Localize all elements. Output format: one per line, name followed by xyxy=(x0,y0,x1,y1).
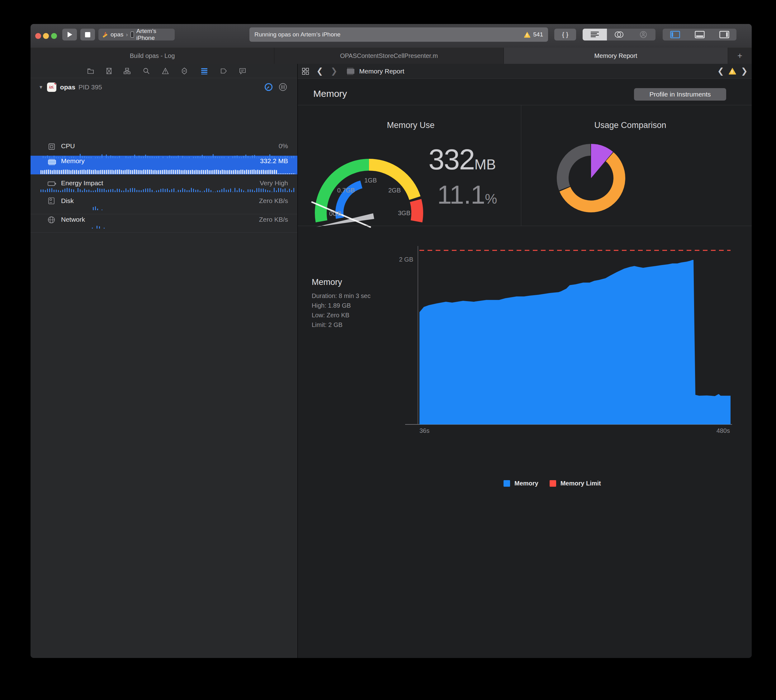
minimize-window-button[interactable] xyxy=(43,33,49,39)
xcode-window: opas › Artem’s iPhone Running opas on Ar… xyxy=(30,24,752,658)
jump-bar: ❮ ❯ Memory Report ❮ ❯ xyxy=(298,64,752,79)
breakpoint-navigator-icon[interactable] xyxy=(220,67,227,75)
gauge-row-disk[interactable]: Disk Zero KB/s xyxy=(30,196,297,214)
editor-tab-bar: Build opas - Log OPASContentStoreCellPre… xyxy=(30,48,752,64)
scheme-selector[interactable]: opas › Artem’s iPhone xyxy=(98,28,175,40)
next-issue-button[interactable]: ❯ xyxy=(741,66,748,76)
cpu-icon xyxy=(47,143,56,151)
version-editor-button[interactable] xyxy=(631,28,656,40)
issue-navigator-icon[interactable] xyxy=(162,67,169,75)
legend-memory: Memory xyxy=(503,480,538,487)
issue-warning-icon[interactable] xyxy=(729,68,736,75)
process-row[interactable]: ▼ izi. opas PID 395 xyxy=(30,80,297,94)
chart-stats: Memory Duration: 8 min 3 sec High: 1.89 … xyxy=(312,277,371,329)
navigator-icon-bar xyxy=(30,64,297,78)
chart-legend: Memory Memory Limit xyxy=(503,480,601,487)
gauge-row-network[interactable]: Network Zero KB/s xyxy=(30,215,297,233)
debug-navigator-icon[interactable] xyxy=(201,67,208,75)
toggle-debug-area-button[interactable] xyxy=(687,28,712,40)
tab-build-log[interactable]: Build opas - Log xyxy=(30,48,274,64)
disk-icon xyxy=(47,197,55,205)
y-axis-line xyxy=(418,246,418,424)
test-navigator-icon[interactable] xyxy=(181,67,188,75)
profile-in-instruments-button[interactable]: Profile in Instruments xyxy=(634,88,726,101)
svg-text:0GB: 0GB xyxy=(329,210,341,217)
zoom-window-button[interactable] xyxy=(51,33,57,39)
stat-low: Low: Zero KB xyxy=(312,312,371,319)
stat-high: High: 1.89 GB xyxy=(312,302,371,310)
x-end-label: 480s xyxy=(709,427,730,434)
chart-title: Memory xyxy=(312,277,371,287)
stat-limit: Limit: 2 GB xyxy=(312,321,371,329)
library-button[interactable]: { } xyxy=(554,28,576,40)
activity-view[interactable]: Running opas on Artem’s iPhone 541 xyxy=(250,27,548,42)
memory-gauge-chart: 0GB0.7GB1GB2GB3GB xyxy=(313,155,428,233)
tab-label: OPASContentStoreCellPresenter.m xyxy=(340,52,438,60)
run-button[interactable] xyxy=(62,28,77,40)
disclosure-triangle[interactable]: ▼ xyxy=(38,84,43,90)
editor-area: ❮ ❯ Memory Report ❮ ❯ Memory Profile in … xyxy=(297,64,752,658)
gauge-value: 0% xyxy=(279,142,288,150)
network-sparkline xyxy=(40,223,295,228)
new-tab-button[interactable]: + xyxy=(728,48,752,64)
usage-donut-chart xyxy=(554,141,628,215)
close-window-button[interactable] xyxy=(35,33,41,39)
svg-text:3GB: 3GB xyxy=(398,210,410,217)
warning-count[interactable]: 541 xyxy=(533,31,543,38)
stop-icon xyxy=(85,32,90,37)
svg-text:0.7GB: 0.7GB xyxy=(337,187,355,194)
jump-bar-title[interactable]: Memory Report xyxy=(359,68,405,75)
inspector-panel-icon xyxy=(719,31,729,38)
stat-duration: Duration: 8 min 3 sec xyxy=(312,292,371,300)
tab-source-file[interactable]: OPASContentStoreCellPresenter.m xyxy=(274,48,504,64)
gauge-value: Zero KB/s xyxy=(259,216,288,223)
memory-chip-icon xyxy=(346,67,356,76)
stop-button[interactable] xyxy=(80,28,95,40)
gauge-value: Very High xyxy=(260,179,288,187)
standard-editor-button[interactable] xyxy=(583,28,607,40)
page-title: Memory xyxy=(313,88,347,99)
forward-button[interactable]: ❯ xyxy=(331,66,338,76)
source-control-navigator-icon[interactable] xyxy=(105,67,113,75)
symbol-navigator-icon[interactable] xyxy=(123,67,131,75)
toggle-navigator-button[interactable] xyxy=(663,28,687,40)
process-pid: PID 395 xyxy=(78,83,102,91)
process-name: opas xyxy=(60,83,75,91)
legend-memory-limit: Memory Limit xyxy=(550,480,601,487)
gauge-row-memory[interactable]: Memory 332.2 MB xyxy=(30,156,297,174)
project-navigator-icon[interactable] xyxy=(87,67,94,75)
memory-area-chart xyxy=(420,246,731,424)
debug-panel-icon xyxy=(695,31,705,38)
memory-use-title: Memory Use xyxy=(387,120,435,130)
search-navigator-icon[interactable] xyxy=(143,67,150,75)
gauge-label: Disk xyxy=(61,197,74,205)
memory-sparkline xyxy=(40,169,295,174)
warning-icon xyxy=(524,32,531,38)
memory-percent: 11.1% xyxy=(437,180,497,210)
gauge-label: Energy Impact xyxy=(61,179,103,187)
gauge-view-toggle-icon[interactable] xyxy=(265,83,273,91)
y-axis-label: 2 GB xyxy=(393,256,413,263)
toggle-inspector-button[interactable] xyxy=(712,28,736,40)
gauge-label: Network xyxy=(61,216,85,223)
gauge-row-energy[interactable]: Energy Impact Very High xyxy=(30,178,297,197)
assistant-editor-icon xyxy=(614,31,624,38)
disk-sparkline xyxy=(40,205,295,210)
report-navigator-icon[interactable] xyxy=(239,67,246,75)
run-destination: Artem’s iPhone xyxy=(137,28,171,42)
navigator-sidebar: ▼ izi. opas PID 395 CPU 0% xyxy=(30,64,297,658)
related-items-icon[interactable] xyxy=(301,67,310,75)
assistant-editor-button[interactable] xyxy=(607,28,631,40)
memory-icon xyxy=(47,158,57,166)
gauge-value: Zero KB/s xyxy=(259,197,288,205)
status-message: Running opas on Artem’s iPhone xyxy=(255,31,340,38)
back-button[interactable]: ❮ xyxy=(316,66,323,76)
process-app-icon: izi. xyxy=(47,83,57,92)
network-icon xyxy=(47,216,55,224)
tab-memory-report[interactable]: Memory Report xyxy=(504,48,728,64)
previous-issue-button[interactable]: ❮ xyxy=(717,66,724,76)
scheme-chevron: › xyxy=(126,31,128,38)
thread-view-toggle-icon[interactable] xyxy=(279,83,287,91)
usage-comparison-title: Usage Comparison xyxy=(594,120,666,130)
x-start-label: 36s xyxy=(420,427,430,434)
